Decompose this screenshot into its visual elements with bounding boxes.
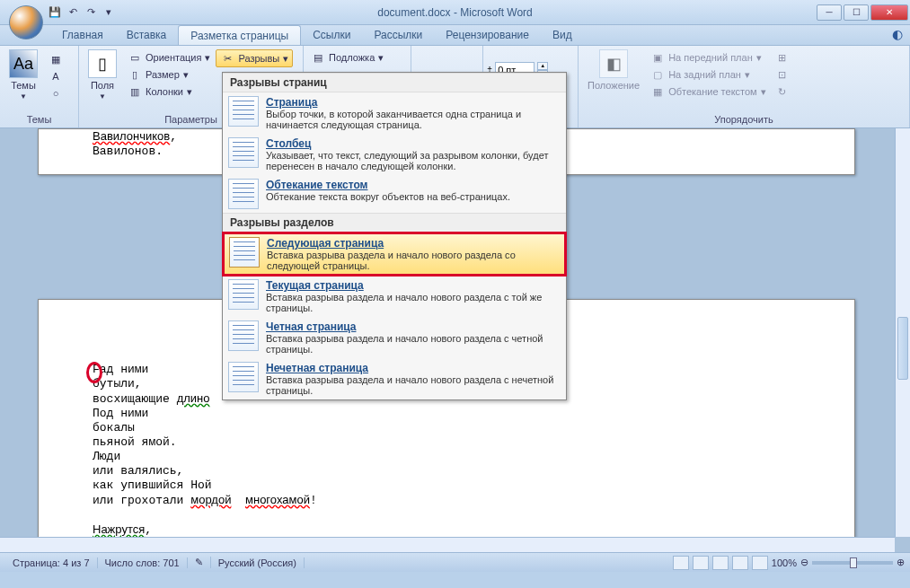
group-label-themes: Темы bbox=[4, 113, 75, 126]
even-page-section-icon bbox=[228, 320, 259, 351]
tab-page-layout[interactable]: Разметка страницы bbox=[178, 25, 301, 45]
zoom-in-button[interactable]: ⊕ bbox=[897, 557, 905, 568]
columns-icon: ▥ bbox=[128, 84, 142, 99]
status-bar: Страница: 4 из 7 Число слов: 701 ✎ Русск… bbox=[0, 552, 910, 572]
dd-section-section-breaks: Разрывы разделов bbox=[223, 213, 566, 233]
status-page[interactable]: Страница: 4 из 7 bbox=[5, 557, 98, 568]
zoom-out-button[interactable]: ⊖ bbox=[800, 557, 808, 568]
status-language[interactable]: Русский (Россия) bbox=[211, 557, 305, 568]
qat-dropdown-icon[interactable]: ▾ bbox=[101, 4, 117, 21]
text-wrap-button: ▦Обтекание текстом ▾ bbox=[647, 83, 770, 100]
bring-front-icon: ▣ bbox=[650, 50, 665, 65]
dd-item-odd-page[interactable]: Нечетная страницаВставка разрыва раздела… bbox=[223, 358, 566, 399]
ribbon-tabs: Главная Вставка Разметка страницы Ссылки… bbox=[0, 25, 910, 46]
window-controls: ─ ☐ ✕ bbox=[817, 4, 910, 21]
margins-button[interactable]: ▯ Поля ▼ bbox=[83, 48, 122, 102]
dd-item-page[interactable]: СтраницаВыбор точки, в которой заканчива… bbox=[223, 92, 566, 134]
tab-references[interactable]: Ссылки bbox=[301, 25, 362, 45]
theme-effects-button[interactable]: ○ bbox=[45, 85, 66, 101]
status-word-count[interactable]: Число слов: 701 bbox=[98, 557, 188, 568]
group-label-arrange: Упорядочить bbox=[582, 113, 906, 126]
margins-label: Поля bbox=[91, 80, 114, 91]
tab-insert[interactable]: Вставка bbox=[115, 25, 179, 45]
next-page-section-icon bbox=[229, 237, 260, 268]
dd-item-column[interactable]: СтолбецУказывает, что текст, следующий з… bbox=[223, 134, 566, 175]
colors-icon: ▦ bbox=[49, 52, 63, 66]
breaks-icon: ✂ bbox=[220, 51, 234, 66]
view-draft[interactable] bbox=[752, 556, 768, 570]
text-wrap-icon: ▦ bbox=[650, 84, 665, 99]
tab-review[interactable]: Рецензирование bbox=[434, 25, 541, 45]
align-icon: ⊞ bbox=[775, 50, 790, 65]
tab-home[interactable]: Главная bbox=[50, 25, 115, 45]
group-icon: ⊡ bbox=[775, 67, 790, 82]
quick-access-toolbar: 💾 ↶ ↷ ▾ bbox=[47, 4, 117, 21]
redo-icon[interactable]: ↷ bbox=[83, 4, 99, 21]
view-web-layout[interactable] bbox=[712, 556, 729, 570]
spin-up[interactable]: ▲ bbox=[537, 62, 548, 70]
page-break-icon bbox=[228, 96, 259, 127]
position-icon: ◧ bbox=[599, 49, 628, 78]
themes-button[interactable]: Aa Темы ▼ bbox=[4, 48, 43, 102]
theme-colors-button[interactable]: ▦ bbox=[45, 51, 66, 67]
themes-icon: Aa bbox=[9, 49, 38, 78]
group-arrange: ◧ Положение ▣На передний план ▾ ▢На задн… bbox=[579, 46, 910, 127]
title-bar: 💾 ↶ ↷ ▾ document.docx - Microsoft Word ─… bbox=[0, 0, 910, 25]
columns-button[interactable]: ▥Колонки ▾ bbox=[124, 83, 214, 100]
effects-icon: ○ bbox=[49, 86, 63, 101]
close-button[interactable]: ✕ bbox=[870, 4, 908, 21]
chevron-down-icon: ▼ bbox=[20, 92, 27, 101]
position-button[interactable]: ◧ Положение bbox=[582, 48, 645, 92]
orientation-button[interactable]: ▭Ориентация ▾ bbox=[124, 49, 214, 66]
margins-icon: ▯ bbox=[88, 49, 117, 78]
save-icon[interactable]: 💾 bbox=[47, 4, 63, 21]
zoom-thumb[interactable] bbox=[850, 557, 857, 568]
column-break-icon bbox=[228, 137, 259, 168]
group-themes: Aa Темы ▼ ▦ A ○ Темы bbox=[0, 46, 79, 127]
help-icon[interactable]: ◐ bbox=[888, 25, 906, 43]
view-outline[interactable] bbox=[732, 556, 748, 570]
orientation-icon: ▭ bbox=[128, 50, 142, 65]
breaks-button[interactable]: ✂Разрывы ▾ bbox=[216, 49, 293, 67]
send-back-button: ▢На задний план ▾ bbox=[647, 66, 770, 83]
zoom-slider[interactable] bbox=[812, 561, 893, 565]
rotate-icon: ↻ bbox=[775, 84, 790, 99]
horizontal-scrollbar[interactable] bbox=[0, 537, 895, 552]
view-full-screen[interactable] bbox=[693, 556, 709, 570]
cursor-highlight bbox=[86, 362, 102, 383]
theme-fonts-button[interactable]: A bbox=[45, 68, 66, 84]
continuous-section-icon bbox=[228, 279, 259, 310]
group-objs-button: ⊡ bbox=[772, 66, 793, 83]
office-button[interactable] bbox=[9, 5, 43, 39]
themes-label: Темы bbox=[11, 80, 36, 91]
dd-section-page-breaks: Разрывы страниц bbox=[223, 73, 566, 92]
undo-icon[interactable]: ↶ bbox=[65, 4, 81, 21]
odd-page-section-icon bbox=[228, 362, 259, 392]
dd-item-continuous[interactable]: Текущая страницаВставка разрыва раздела … bbox=[223, 276, 566, 317]
scrollbar-thumb[interactable] bbox=[897, 317, 908, 380]
minimize-button[interactable]: ─ bbox=[817, 4, 842, 21]
send-back-icon: ▢ bbox=[650, 67, 665, 82]
maximize-button[interactable]: ☐ bbox=[844, 4, 869, 21]
chevron-down-icon: ▼ bbox=[99, 92, 106, 101]
size-icon: ▯ bbox=[128, 67, 142, 82]
position-label: Положение bbox=[588, 80, 640, 91]
bring-front-button: ▣На передний план ▾ bbox=[647, 49, 770, 66]
fonts-icon: A bbox=[49, 69, 63, 83]
rotate-button: ↻ bbox=[772, 83, 793, 100]
align-button: ⊞ bbox=[772, 49, 793, 66]
dd-item-next-page[interactable]: Следующая страницаВставка разрыва раздел… bbox=[222, 232, 567, 276]
vertical-scrollbar[interactable] bbox=[895, 128, 910, 537]
dd-item-even-page[interactable]: Четная страницаВставка разрыва раздела и… bbox=[223, 317, 566, 358]
tab-mailings[interactable]: Рассылки bbox=[362, 25, 434, 45]
watermark-icon: ▤ bbox=[311, 50, 325, 65]
breaks-dropdown: Разрывы страниц СтраницаВыбор точки, в к… bbox=[222, 72, 567, 400]
status-proofing[interactable]: ✎ bbox=[188, 557, 211, 568]
view-print-layout[interactable] bbox=[673, 556, 689, 570]
text-wrap-break-icon bbox=[228, 179, 259, 209]
zoom-level[interactable]: 100% bbox=[772, 557, 797, 568]
watermark-button[interactable]: ▤Подложка ▾ bbox=[307, 49, 387, 66]
dd-item-text-wrapping[interactable]: Обтекание текстомОбтекание текста вокруг… bbox=[223, 175, 566, 213]
tab-view[interactable]: Вид bbox=[541, 25, 584, 45]
size-button[interactable]: ▯Размер ▾ bbox=[124, 66, 214, 83]
